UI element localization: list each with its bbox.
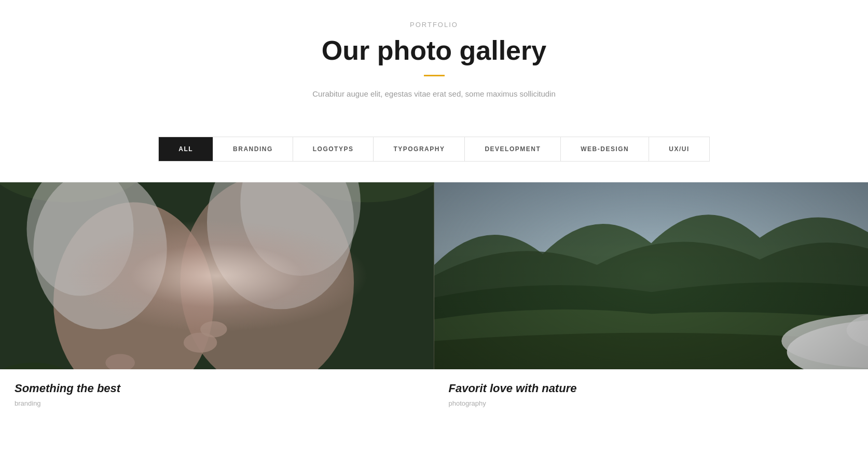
gallery-item-2[interactable]: Favorit love with nature photography bbox=[434, 182, 869, 432]
portfolio-label: PORTFOLIO bbox=[10, 21, 858, 29]
filter-tab-typography[interactable]: TYPOGRAPHY bbox=[374, 137, 465, 161]
filter-tab-all[interactable]: ALL bbox=[159, 137, 213, 161]
gallery-item-1[interactable]: Something the best branding bbox=[0, 182, 434, 432]
svg-rect-31 bbox=[434, 182, 869, 369]
gallery-caption-2: Favorit love with nature photography bbox=[434, 369, 869, 423]
svg-rect-14 bbox=[0, 182, 434, 369]
filter-tab-logotyps[interactable]: LOGOTYPS bbox=[293, 137, 374, 161]
page-wrapper: PORTFOLIO Our photo gallery Curabitur au… bbox=[0, 0, 868, 432]
filter-tab-web-design[interactable]: WEB-DESIGN bbox=[561, 137, 649, 161]
gallery-image-2 bbox=[434, 182, 869, 369]
subtitle-text: Curabitur augue elit, egestas vitae erat… bbox=[299, 88, 569, 100]
title-divider bbox=[424, 75, 445, 76]
gallery-image-1 bbox=[0, 182, 434, 369]
filter-tab-ux-ui[interactable]: UX/UI bbox=[649, 137, 709, 161]
filter-tab-development[interactable]: DEVELOPMENT bbox=[465, 137, 561, 161]
filter-tab-branding[interactable]: BRANDING bbox=[213, 137, 293, 161]
gallery-category-1: branding bbox=[15, 399, 420, 407]
filter-tabs: ALL BRANDING LOGOTYPS TYPOGRAPHY DEVELOP… bbox=[158, 137, 710, 162]
header-section: PORTFOLIO Our photo gallery Curabitur au… bbox=[0, 0, 868, 116]
gallery-photo-1 bbox=[0, 182, 434, 369]
gallery-title-2: Favorit love with nature bbox=[449, 382, 854, 395]
gallery-category-2: photography bbox=[449, 399, 854, 407]
gallery-title-1: Something the best bbox=[15, 382, 420, 395]
gallery-photo-2 bbox=[434, 182, 869, 369]
gallery-caption-1: Something the best branding bbox=[0, 369, 434, 432]
gallery-title: Our photo gallery bbox=[10, 36, 858, 65]
gallery-grid: Something the best branding bbox=[0, 182, 868, 432]
